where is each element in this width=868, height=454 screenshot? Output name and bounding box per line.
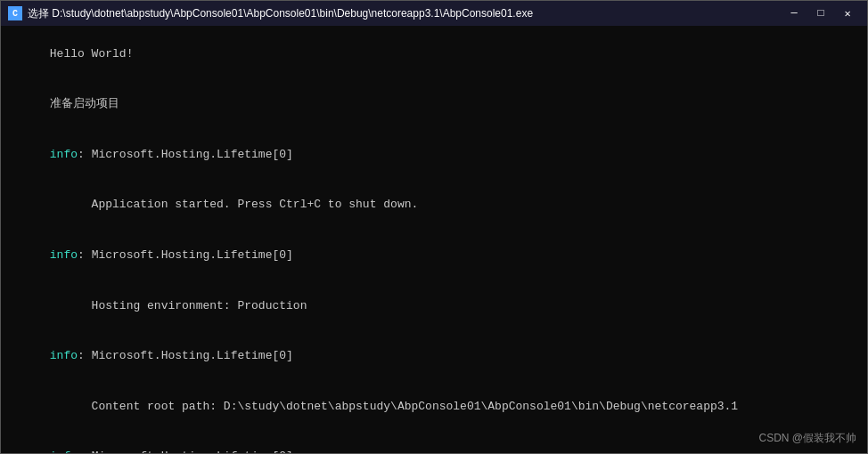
output-line-1: Hello World! — [8, 29, 860, 80]
console-window: C 选择 D:\study\dotnet\abpstudy\AbpConsole… — [0, 0, 868, 454]
window-title: 选择 D:\study\dotnet\abpstudy\AbpConsole01… — [28, 6, 774, 21]
output-line-3: info: Microsoft.Hosting.Lifetime[0] — [8, 130, 860, 181]
watermark: CSDN @假装我不帅 — [758, 431, 856, 446]
output-line-2: 准备启动项目 — [8, 80, 860, 131]
output-line-8: Content root path: D:\study\dotnet\abpst… — [8, 382, 860, 433]
output-line-7: info: Microsoft.Hosting.Lifetime[0] — [8, 331, 860, 382]
minimize-button[interactable]: — — [782, 4, 807, 22]
output-line-6: Hosting environment: Production — [8, 281, 860, 332]
app-icon-label: C — [12, 9, 18, 19]
maximize-button[interactable]: □ — [808, 4, 833, 22]
output-line-5: info: Microsoft.Hosting.Lifetime[0] — [8, 231, 860, 281]
console-output[interactable]: Hello World! 准备启动项目 info: Microsoft.Host… — [1, 26, 867, 453]
output-line-4: Application started. Press Ctrl+C to shu… — [8, 181, 860, 231]
window-controls: — □ ✕ — [782, 4, 860, 22]
close-button[interactable]: ✕ — [835, 4, 860, 22]
app-icon: C — [8, 6, 22, 20]
titlebar: C 选择 D:\study\dotnet\abpstudy\AbpConsole… — [1, 1, 867, 26]
output-line-9: info: Microsoft.Hosting.Lifetime[0] — [8, 432, 860, 453]
